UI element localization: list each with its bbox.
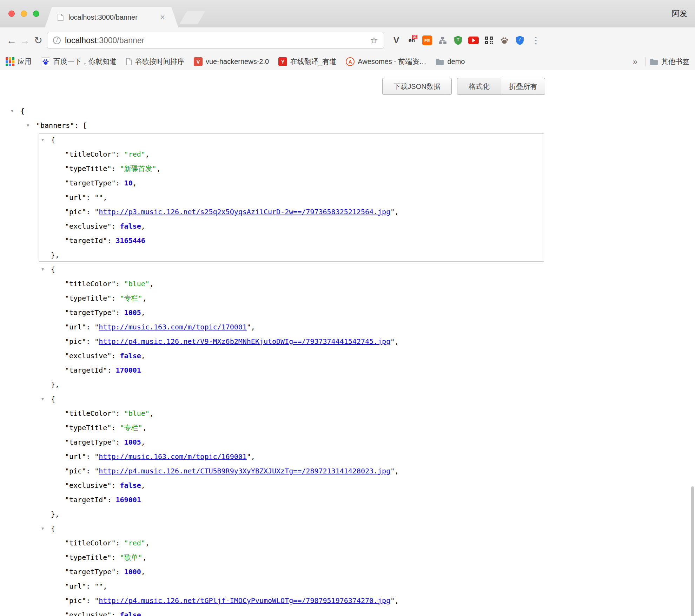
folder-icon: [436, 58, 444, 65]
json-line: "exclusive": false,: [0, 219, 695, 234]
bookmarks-overflow-chevron[interactable]: »: [629, 57, 641, 67]
browser-menu-icon[interactable]: ⋮: [531, 35, 541, 46]
awesomes-icon: A: [346, 57, 355, 66]
bookmark-vue-hackernews[interactable]: V vue-hackernews-2.0: [194, 57, 269, 66]
collapse-caret-icon[interactable]: ▼: [41, 133, 44, 147]
json-line: "titleColor": "blue",: [0, 406, 695, 421]
shield-letter: T: [454, 37, 462, 42]
qr-code-extension-icon[interactable]: [483, 34, 495, 46]
json-key: "titleColor": [65, 409, 116, 418]
bookmark-baidu[interactable]: 百度一下，你就知道: [41, 57, 117, 66]
scrollbar-thumb[interactable]: [691, 486, 694, 616]
json-line: ▼{: [0, 262, 695, 277]
collapse-all-button[interactable]: 折叠所有: [501, 78, 545, 95]
json-line: ▼{: [0, 392, 695, 406]
json-line: "titleColor": "red",: [0, 536, 695, 550]
page-info-icon[interactable]: i: [53, 37, 61, 44]
json-key: "exclusive": [65, 222, 111, 230]
json-key: "pic": [65, 337, 86, 346]
tab-close-icon[interactable]: ×: [159, 13, 166, 21]
sitemap-extension-icon[interactable]: [437, 34, 449, 46]
collapse-caret-icon[interactable]: ▼: [41, 262, 44, 277]
apps-grid-icon: [6, 57, 14, 66]
json-line: "url": "",: [0, 190, 695, 205]
green-shield-extension-icon[interactable]: T: [452, 34, 464, 46]
json-key: "pic": [65, 467, 86, 475]
vimium-extension-icon[interactable]: V: [390, 34, 402, 46]
fe-extension-icon[interactable]: FE: [421, 34, 433, 46]
other-bookmarks-folder[interactable]: 其他书签: [650, 57, 689, 66]
sitemap-icon: [438, 37, 447, 44]
json-key: "exclusive": [65, 611, 111, 616]
download-json-button[interactable]: 下载JSON数据: [382, 78, 452, 95]
v-icon: V: [393, 35, 399, 45]
json-line: "titleColor": "blue",: [0, 277, 695, 291]
collapse-caret-icon[interactable]: ▼: [11, 104, 13, 118]
other-bookmarks-label: 其他书签: [661, 57, 689, 66]
json-line: ▼"banners": [: [0, 118, 695, 133]
reload-button[interactable]: ↻: [32, 33, 45, 48]
json-key: "targetType": [65, 438, 116, 446]
json-string-value: "red": [124, 150, 145, 158]
collapse-caret-icon[interactable]: ▼: [27, 118, 29, 133]
json-number-value: 1005: [124, 438, 141, 446]
url-host: localhost: [65, 36, 97, 45]
json-line: "targetId": 170001: [0, 363, 695, 378]
json-link-value[interactable]: http://p4.music.126.net/V9-MXz6b2MNhEKju…: [99, 337, 390, 346]
youtube-extension-icon[interactable]: [468, 34, 479, 46]
json-line: "typeTitle": "新碟首发",: [0, 162, 695, 176]
json-number-value: 3165446: [116, 236, 145, 245]
bookmark-youdao[interactable]: Y 在线翻译_有道: [278, 57, 336, 66]
minimize-window-button[interactable]: [21, 11, 27, 17]
format-button[interactable]: 格式化: [457, 78, 501, 95]
traffic-lights: [8, 11, 39, 17]
forward-button[interactable]: →: [18, 33, 32, 48]
collapse-caret-icon[interactable]: ▼: [41, 392, 44, 406]
bookmark-label: 谷歌按时间排序: [135, 57, 184, 66]
bookmark-label: Awesomes - 前端资…: [358, 57, 426, 66]
translate-extension-icon[interactable]: en 英: [406, 34, 418, 46]
shield-t-icon: T: [454, 36, 462, 45]
maximize-window-button[interactable]: [33, 11, 39, 17]
json-string-value: "歌单": [120, 553, 143, 562]
bookmark-awesomes[interactable]: A Awesomes - 前端资…: [346, 57, 426, 66]
json-link-value[interactable]: http://p4.music.126.net/tGPljf-IMOCyPvum…: [99, 596, 390, 605]
close-window-button[interactable]: [8, 11, 15, 17]
json-link-value[interactable]: http://music.163.com/m/topic/170001: [99, 323, 246, 331]
json-line: "typeTitle": "歌单",: [0, 550, 695, 565]
bookmark-star-icon[interactable]: ☆: [370, 35, 378, 46]
youtube-icon: [468, 37, 479, 44]
new-tab-button[interactable]: [179, 11, 205, 24]
translate-badge: 英: [412, 35, 417, 39]
bookmark-apps[interactable]: 应用: [6, 57, 32, 66]
json-link-value[interactable]: http://music.163.com/m/topic/169001: [99, 452, 246, 461]
page-icon: [58, 14, 64, 21]
json-key: "targetId": [65, 366, 107, 374]
json-object: ▼{"titleColor": "red","typeTitle": "新碟首发…: [0, 133, 695, 262]
collapse-caret-icon[interactable]: ▼: [41, 522, 44, 536]
json-key: "url": [65, 193, 86, 202]
json-line: "url": "http://music.163.com/m/topic/170…: [0, 320, 695, 334]
address-bar[interactable]: i localhost:3000/banner ☆: [47, 32, 384, 49]
tab-title: localhost:3000/banner: [68, 13, 154, 21]
json-link-value[interactable]: http://p4.music.126.net/CTU5B9R9y3XyYBZX…: [99, 467, 390, 475]
json-line: "titleColor": "red",: [0, 147, 695, 162]
json-key: "targetType": [65, 308, 116, 317]
json-key: "exclusive": [65, 352, 111, 360]
blue-shield-extension-icon[interactable]: ✓: [514, 34, 526, 46]
paw-extension-icon[interactable]: [498, 34, 510, 46]
json-tree: ▼{▼"banners": [▼{"titleColor": "red","ty…: [0, 104, 695, 616]
json-line: ▼{: [0, 104, 695, 118]
bookmark-google-sort[interactable]: 谷歌按时间排序: [126, 57, 184, 66]
json-number-value: 170001: [116, 366, 141, 374]
profile-name[interactable]: 阿发: [672, 8, 687, 19]
shield-check-icon: ✓: [516, 36, 524, 45]
qr-code-icon: [485, 36, 493, 45]
json-link-value[interactable]: http://p3.music.126.net/s25q2x5QyqsAzilC…: [99, 208, 390, 216]
json-line: "exclusive": false,: [0, 608, 695, 616]
json-string-value: "新碟首发": [120, 164, 157, 173]
back-button[interactable]: ←: [5, 33, 18, 48]
bookmark-demo-folder[interactable]: demo: [436, 58, 465, 66]
browser-tab[interactable]: localhost:3000/banner ×: [45, 7, 178, 27]
json-string-value: "blue": [124, 409, 150, 418]
